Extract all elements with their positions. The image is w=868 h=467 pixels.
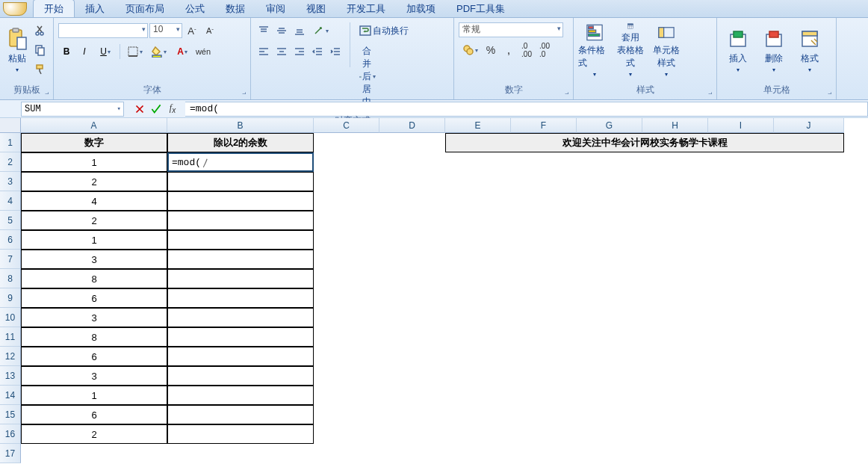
cell-B12[interactable]	[167, 347, 314, 366]
row-header-9[interactable]: 9	[0, 288, 21, 308]
cell-A8[interactable]: 8	[21, 269, 167, 288]
format-cells-button[interactable]: 格式▾	[793, 22, 826, 78]
col-header-B[interactable]: B	[167, 118, 314, 133]
banner-cell[interactable]: 欢迎关注中华会计网校实务畅学卡课程	[445, 133, 844, 152]
cell-B8[interactable]	[167, 269, 314, 288]
cell-B7[interactable]	[167, 250, 314, 269]
cell-B13[interactable]	[167, 366, 314, 386]
paste-button[interactable]: 粘贴 ▾	[4, 22, 29, 78]
cell-styles-button[interactable]: 单元格 样式▾	[650, 22, 683, 78]
font-size-select[interactable]: 10	[149, 23, 182, 38]
orientation-button[interactable]	[309, 22, 332, 39]
underline-button[interactable]: U	[94, 43, 117, 60]
select-all-corner[interactable]	[0, 118, 21, 133]
cancel-edit-icon[interactable]	[133, 102, 146, 116]
col-header-H[interactable]: H	[642, 118, 708, 133]
format-painter-button[interactable]	[32, 61, 49, 78]
italic-button[interactable]: I	[76, 43, 93, 60]
cell-B9[interactable]	[167, 288, 314, 308]
cell-A5[interactable]: 2	[21, 211, 167, 230]
col-header-A[interactable]: A	[21, 118, 167, 133]
accounting-format-button[interactable]	[459, 42, 481, 58]
merge-center-button[interactable]: 合并后居中	[356, 43, 379, 110]
cell-B2[interactable]: =mod(〳	[167, 152, 314, 172]
tab-4[interactable]: 数据	[215, 0, 255, 17]
borders-button[interactable]	[123, 43, 146, 60]
cell-B6[interactable]	[167, 230, 314, 250]
cell-B15[interactable]	[167, 405, 314, 424]
row-header-16[interactable]: 16	[0, 424, 21, 444]
row-header-10[interactable]: 10	[0, 308, 21, 327]
confirm-edit-icon[interactable]	[149, 102, 163, 116]
office-button[interactable]	[3, 2, 27, 16]
cell-A4[interactable]: 4	[21, 191, 167, 211]
align-center-button[interactable]	[273, 43, 290, 60]
row-header-8[interactable]: 8	[0, 269, 21, 288]
cell-A3[interactable]: 2	[21, 172, 167, 191]
phonetic-button[interactable]: wén	[195, 43, 211, 60]
align-right-button[interactable]	[291, 43, 308, 60]
format-table-button[interactable]: 套用 表格格式▾	[614, 22, 647, 78]
col-header-I[interactable]: I	[708, 118, 774, 133]
cell-A1[interactable]: 数字	[21, 133, 167, 152]
col-header-G[interactable]: G	[577, 118, 642, 133]
copy-button[interactable]	[32, 42, 49, 58]
fx-icon[interactable]: fx	[166, 102, 179, 116]
row-header-7[interactable]: 7	[0, 250, 21, 269]
row-header-5[interactable]: 5	[0, 211, 21, 230]
tab-9[interactable]: PDF工具集	[446, 0, 515, 17]
cell-B14[interactable]	[167, 386, 314, 405]
delete-cells-button[interactable]: 删除▾	[757, 22, 790, 78]
row-header-2[interactable]: 2	[0, 152, 21, 172]
cell-A11[interactable]: 8	[21, 327, 167, 347]
name-box[interactable]: SUM	[21, 102, 124, 117]
align-bottom-button[interactable]	[291, 22, 308, 39]
col-header-F[interactable]: F	[511, 118, 577, 133]
row-header-1[interactable]: 1	[0, 133, 21, 152]
cell-A10[interactable]: 3	[21, 308, 167, 327]
cell-A16[interactable]: 2	[21, 424, 167, 444]
cell-A14[interactable]: 1	[21, 386, 167, 405]
tab-8[interactable]: 加载项	[396, 0, 446, 17]
cell-B16[interactable]	[167, 424, 314, 444]
row-header-6[interactable]: 6	[0, 230, 21, 250]
cell-B5[interactable]	[167, 211, 314, 230]
decrease-indent-button[interactable]	[309, 43, 326, 60]
col-header-C[interactable]: C	[314, 118, 379, 133]
wrap-text-button[interactable]: 自动换行	[356, 22, 412, 39]
comma-button[interactable]: ,	[500, 42, 517, 58]
cell-A9[interactable]: 6	[21, 288, 167, 308]
cell-A2[interactable]: 1	[21, 152, 167, 172]
row-header-11[interactable]: 11	[0, 327, 21, 347]
row-header-3[interactable]: 3	[0, 172, 21, 191]
font-name-select[interactable]	[58, 23, 148, 38]
cell-A7[interactable]: 3	[21, 250, 167, 269]
tab-2[interactable]: 页面布局	[115, 0, 175, 17]
cut-button[interactable]	[32, 22, 49, 39]
cell-A6[interactable]: 1	[21, 230, 167, 250]
align-top-button[interactable]	[255, 22, 272, 39]
row-header-14[interactable]: 14	[0, 386, 21, 405]
row-header-4[interactable]: 4	[0, 191, 21, 211]
tab-7[interactable]: 开发工具	[336, 0, 396, 17]
cell-B3[interactable]	[167, 172, 314, 191]
cell-B4[interactable]	[167, 191, 314, 211]
number-format-select[interactable]: 常规	[459, 22, 563, 37]
font-color-button[interactable]: A	[171, 43, 193, 60]
conditional-format-button[interactable]: 条件格式▾	[578, 22, 611, 78]
bold-button[interactable]: B	[58, 43, 75, 60]
decrease-font-button[interactable]: Aˇ	[202, 22, 218, 39]
cell-A12[interactable]: 6	[21, 347, 167, 366]
col-header-J[interactable]: J	[774, 118, 844, 133]
cell-B11[interactable]	[167, 327, 314, 347]
row-header-15[interactable]: 15	[0, 405, 21, 424]
cell-A15[interactable]: 6	[21, 405, 167, 424]
tab-3[interactable]: 公式	[175, 0, 215, 17]
insert-cells-button[interactable]: 插入▾	[722, 22, 754, 78]
cell-B10[interactable]	[167, 308, 314, 327]
decrease-decimal-button[interactable]: .00.0	[536, 42, 553, 58]
align-left-button[interactable]	[255, 43, 272, 60]
increase-font-button[interactable]: Aˆ	[184, 22, 200, 39]
tab-5[interactable]: 审阅	[255, 0, 296, 17]
tab-0[interactable]: 开始	[33, 0, 75, 17]
